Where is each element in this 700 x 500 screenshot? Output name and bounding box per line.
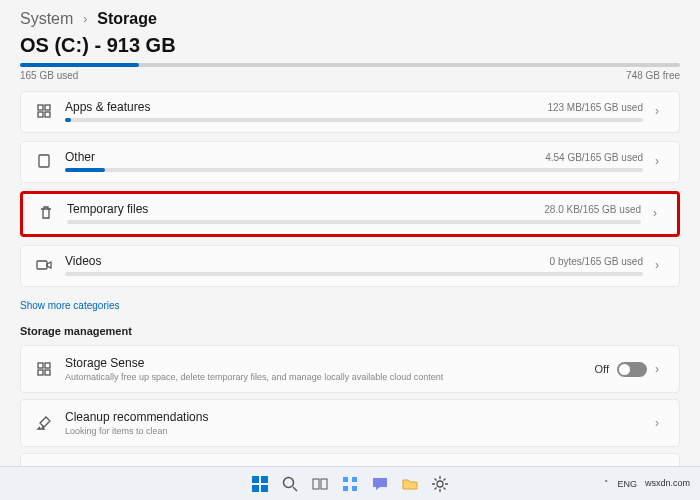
start-button[interactable]: [248, 472, 272, 496]
chevron-right-icon: ›: [655, 104, 665, 118]
taskbar: ˄ ENG wsxdn.com: [0, 466, 700, 500]
category-bar: [65, 168, 643, 172]
svg-rect-9: [45, 370, 50, 375]
svg-rect-5: [37, 261, 47, 269]
svg-rect-1: [45, 105, 50, 110]
svg-point-16: [284, 477, 294, 487]
category-bar: [65, 272, 643, 276]
broom-icon: [35, 414, 53, 432]
system-tray[interactable]: ˄ ENG wsxdn.com: [604, 479, 690, 489]
category-other[interactable]: Other4.54 GB/165 GB used›: [20, 141, 680, 183]
category-video[interactable]: Videos0 bytes/165 GB used›: [20, 245, 680, 287]
category-used-label: 0 bytes/165 GB used: [550, 256, 643, 267]
sense-icon: [35, 360, 53, 378]
svg-rect-12: [252, 476, 259, 483]
task-view-icon[interactable]: [308, 472, 332, 496]
svg-rect-2: [38, 112, 43, 117]
apps-icon: [35, 102, 53, 120]
svg-rect-18: [313, 479, 319, 489]
tray-watermark: wsxdn.com: [645, 479, 690, 489]
file-explorer-icon[interactable]: [398, 472, 422, 496]
mgmt-sense[interactable]: Storage SenseAutomatically free up space…: [20, 345, 680, 393]
settings-icon[interactable]: [428, 472, 452, 496]
trash-icon: [37, 204, 55, 222]
chevron-right-icon: ›: [655, 154, 665, 168]
svg-rect-14: [252, 485, 259, 492]
breadcrumb-current: Storage: [97, 10, 157, 28]
chevron-right-icon: ›: [655, 416, 665, 430]
svg-rect-19: [321, 479, 327, 489]
category-used-label: 4.54 GB/165 GB used: [545, 152, 643, 163]
toggle-state-label: Off: [595, 363, 609, 375]
drive-usage-bar: [20, 63, 680, 67]
search-icon[interactable]: [278, 472, 302, 496]
mgmt-broom[interactable]: Cleanup recommendationsLooking for items…: [20, 399, 680, 447]
mgmt-title: Storage Sense: [65, 356, 583, 370]
category-bar: [65, 118, 643, 122]
mgmt-subtitle: Looking for items to clean: [65, 426, 643, 436]
svg-rect-4: [39, 155, 49, 167]
show-more-categories-link[interactable]: Show more categories: [20, 300, 120, 311]
svg-rect-8: [38, 370, 43, 375]
storage-sense-toggle[interactable]: [617, 362, 647, 377]
category-bar: [67, 220, 641, 224]
svg-rect-3: [45, 112, 50, 117]
svg-rect-23: [352, 486, 357, 491]
chat-icon[interactable]: [368, 472, 392, 496]
svg-rect-15: [261, 485, 268, 492]
video-icon: [35, 256, 53, 274]
category-trash[interactable]: Temporary files28.0 KB/165 GB used›: [20, 191, 680, 237]
drive-free-label: 748 GB free: [626, 70, 680, 81]
widgets-icon[interactable]: [338, 472, 362, 496]
drive-usage-fill: [20, 63, 139, 67]
chevron-right-icon: ›: [655, 258, 665, 272]
mgmt-subtitle: Automatically free up space, delete temp…: [65, 372, 583, 382]
svg-point-24: [437, 481, 443, 487]
svg-rect-20: [343, 477, 348, 482]
drive-used-label: 165 GB used: [20, 70, 78, 81]
category-label: Temporary files: [67, 202, 148, 216]
svg-rect-22: [343, 486, 348, 491]
chevron-right-icon: ›: [655, 362, 665, 376]
category-label: Apps & features: [65, 100, 150, 114]
tray-language[interactable]: ENG: [617, 479, 637, 489]
other-icon: [35, 152, 53, 170]
svg-rect-7: [45, 363, 50, 368]
svg-rect-6: [38, 363, 43, 368]
svg-rect-0: [38, 105, 43, 110]
breadcrumb: System › Storage: [20, 10, 680, 28]
breadcrumb-parent[interactable]: System: [20, 10, 73, 28]
mgmt-title: Cleanup recommendations: [65, 410, 643, 424]
svg-line-17: [293, 487, 297, 491]
svg-rect-13: [261, 476, 268, 483]
storage-management-heading: Storage management: [20, 325, 680, 337]
category-used-label: 28.0 KB/165 GB used: [544, 204, 641, 215]
svg-rect-21: [352, 477, 357, 482]
category-label: Other: [65, 150, 95, 164]
category-apps[interactable]: Apps & features123 MB/165 GB used›: [20, 91, 680, 133]
category-label: Videos: [65, 254, 101, 268]
category-used-label: 123 MB/165 GB used: [547, 102, 643, 113]
tray-chevron-icon[interactable]: ˄: [604, 479, 609, 489]
chevron-right-icon: ›: [653, 206, 663, 220]
chevron-right-icon: ›: [83, 12, 87, 26]
drive-title: OS (C:) - 913 GB: [20, 34, 680, 57]
